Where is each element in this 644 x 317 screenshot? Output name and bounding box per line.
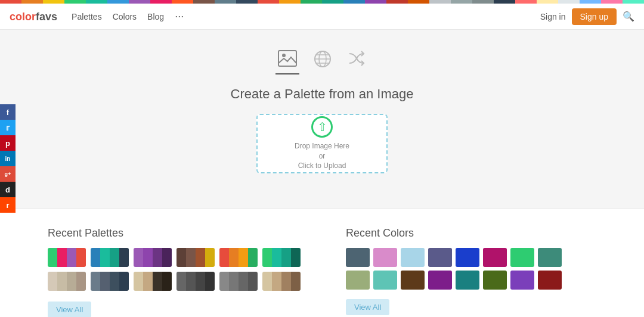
nav-palettes[interactable]: Palettes (72, 12, 102, 21)
palette-swatch[interactable] (262, 248, 301, 267)
svg-point-1 (282, 54, 286, 57)
nav-blog[interactable]: Blog (147, 12, 164, 21)
color-swatch[interactable] (401, 248, 425, 267)
palette-swatch[interactable] (219, 272, 258, 291)
palette-row-2 (48, 272, 310, 291)
color-swatch[interactable] (483, 271, 507, 290)
top-color-bar (0, 0, 644, 4)
social-digg[interactable]: d (0, 182, 16, 197)
color-swatch[interactable] (510, 271, 534, 290)
signin-button[interactable]: Sign in (540, 12, 566, 21)
section-title: Create a Palette from an Image (231, 86, 414, 102)
recent-palettes-title: Recent Palettes (48, 227, 310, 240)
social-facebook[interactable]: f (0, 104, 16, 120)
color-row-1 (346, 248, 608, 267)
header-right: Sign in Sign up 🔍 (540, 8, 634, 25)
upload-icon: ⇧ (311, 116, 333, 138)
color-row-2 (346, 271, 608, 290)
palette-swatch[interactable] (48, 248, 86, 267)
social-googleplus[interactable]: g+ (0, 166, 16, 182)
color-swatch[interactable] (456, 271, 479, 290)
search-button[interactable]: 🔍 (623, 11, 634, 22)
color-swatch[interactable] (373, 248, 397, 267)
color-swatch[interactable] (401, 271, 425, 290)
header: colorfavs Palettes Colors Blog ··· Sign … (0, 4, 644, 30)
color-swatch[interactable] (428, 271, 452, 290)
palette-swatch[interactable] (134, 248, 172, 267)
svg-rect-0 (278, 51, 296, 66)
palette-swatch[interactable] (134, 272, 172, 291)
palette-swatch[interactable] (177, 248, 215, 267)
upload-area[interactable]: ⇧ Drop Image Here or Click to Upload (256, 114, 388, 173)
palette-swatch[interactable] (177, 272, 215, 291)
palette-swatch[interactable] (262, 272, 301, 291)
palette-swatch[interactable] (91, 272, 129, 291)
color-swatch[interactable] (510, 248, 534, 267)
upload-text: Drop Image Here or Click to Upload (295, 141, 349, 171)
palette-swatch[interactable] (219, 248, 258, 267)
recent-colors-title: Recent Colors (346, 227, 608, 240)
nav: Palettes Colors Blog ··· (72, 10, 540, 23)
color-swatch[interactable] (373, 271, 397, 290)
social-pinterest[interactable]: p (0, 135, 16, 151)
tab-icons (275, 48, 369, 74)
social-twitter[interactable]: 𝕣 (0, 120, 16, 135)
color-swatch[interactable] (428, 248, 452, 267)
nav-colors[interactable]: Colors (113, 12, 137, 21)
color-swatch[interactable] (346, 271, 370, 290)
nav-more[interactable]: ··· (175, 10, 184, 23)
social-sidebar: f 𝕣 p in g+ d r (0, 104, 16, 213)
main-content: Create a Palette from an Image ⇧ Drop Im… (0, 30, 644, 209)
logo[interactable]: colorfavs (10, 10, 57, 23)
palette-row-1 (48, 248, 310, 267)
palettes-view-all-button[interactable]: View All (48, 302, 91, 317)
tab-random[interactable] (346, 48, 369, 74)
recent-colors-section: Recent Colors View All (346, 227, 608, 317)
color-swatch[interactable] (538, 248, 562, 267)
palette-swatch[interactable] (91, 248, 129, 267)
social-linkedin[interactable]: in (0, 151, 16, 166)
color-swatch[interactable] (346, 248, 370, 267)
tab-web[interactable] (311, 48, 334, 74)
tab-image[interactable] (275, 48, 299, 74)
color-swatch[interactable] (483, 248, 507, 267)
color-swatch[interactable] (538, 271, 562, 290)
signup-button[interactable]: Sign up (572, 8, 617, 25)
social-reddit[interactable]: r (0, 197, 16, 213)
recent-palettes-section: Recent Palettes (48, 227, 310, 317)
colors-view-all-button[interactable]: View All (346, 299, 389, 315)
recent-sections: Recent Palettes (0, 209, 644, 317)
color-swatch[interactable] (456, 248, 479, 267)
palette-swatch[interactable] (48, 272, 86, 291)
